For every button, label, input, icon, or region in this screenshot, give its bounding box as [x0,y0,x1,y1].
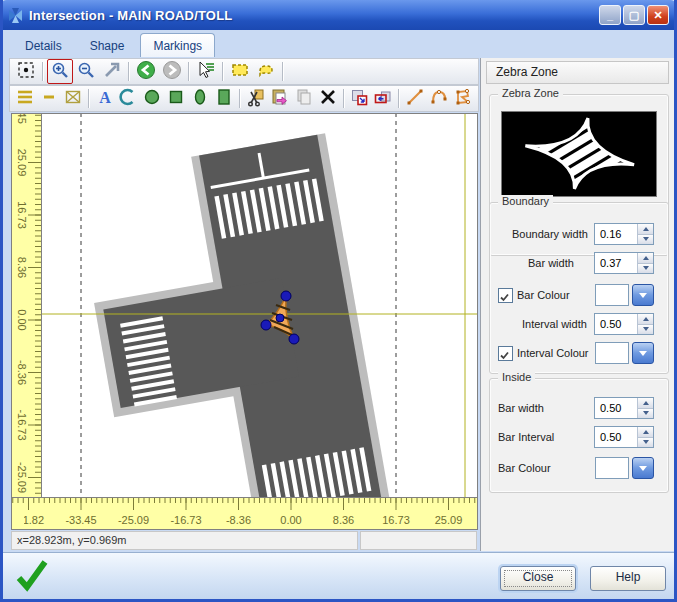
svg-text:-16.73: -16.73 [170,514,201,526]
toolbar-separator [282,62,284,81]
interval-colour-label: Interval Colour [517,347,589,359]
square-tool-button[interactable] [164,86,188,111]
forward-button[interactable] [159,59,185,84]
spin-down-button[interactable] [638,234,653,245]
circle-tool-button[interactable] [140,86,164,111]
close-window-button[interactable]: ✕ [647,5,669,25]
bar-colour-dropdown-button[interactable] [632,284,654,306]
line-tool-button[interactable] [403,86,427,111]
send-back-button[interactable] [371,86,395,111]
select-pointer-icon [196,60,216,84]
inside-bar-colour-dropdown-button[interactable] [632,457,654,479]
inside-group: Inside Bar width 0.50 Bar Interval 0.50 … [489,378,669,493]
spin-up-button[interactable] [638,224,653,234]
toolbar-markings: A [9,85,479,112]
arc-tool-icon [118,87,138,111]
footer-bar: Close Help [3,552,674,600]
spin-down-button[interactable] [638,408,653,419]
bar-colour-swatch [595,284,629,306]
marking-lines-icon [15,87,35,111]
spin-up-button[interactable] [638,314,653,324]
inside-bar-width-spinner[interactable]: 0.50 [594,397,654,419]
cut-button[interactable] [244,86,268,111]
polygon-tool-button[interactable] [451,86,475,111]
bring-front-button[interactable] [348,86,372,111]
tab-details[interactable]: Details [13,34,74,57]
arc-tool-button[interactable] [117,86,141,111]
text-tool-icon: A [95,87,115,111]
toolbar-separator [343,89,345,108]
forward-icon [162,60,182,84]
delete-button[interactable] [316,86,340,111]
help-button[interactable]: Help [590,566,666,591]
marking-none-button[interactable] [61,86,85,111]
center-view-icon [16,60,36,84]
center-view-button[interactable] [13,59,39,84]
interval-colour-dropdown-button[interactable] [632,342,654,364]
marking-dash-button[interactable] [37,86,61,111]
tab-shape[interactable]: Shape [78,34,137,57]
interval-colour-checkbox[interactable] [498,346,513,361]
svg-text:-33.45: -33.45 [65,514,96,526]
select-pointer-button[interactable] [193,59,219,84]
tab-markings[interactable]: Markings [140,33,215,57]
bar-colour-checkbox[interactable] [498,288,513,303]
rect-tool-button[interactable] [212,86,236,111]
cursor-coordinates: x=28.923m, y=0.969m [11,531,358,550]
boundary-width-spinner[interactable]: 0.16 [594,223,654,245]
spin-down-button[interactable] [638,437,653,448]
spin-up-button[interactable] [638,398,653,408]
svg-text:8.36: 8.36 [16,257,28,278]
inside-bar-interval-spinner[interactable]: 0.50 [594,426,654,448]
interval-width-spinner[interactable]: 0.50 [594,313,654,335]
toolbar-separator [188,62,190,81]
svg-text:-8.36: -8.36 [226,514,251,526]
intersection-dialog: Intersection - MAIN ROAD/TOLL _ ▢ ✕ Deta… [0,0,677,602]
zoom-out-icon [76,60,96,84]
curve-tool-icon [429,87,449,111]
zebra-zone-panel: Zebra Zone Zebra Zone [480,58,674,551]
marking-lines-button[interactable] [13,86,37,111]
tab-bar: Details Shape Markings [3,30,674,57]
text-tool-button[interactable]: A [93,86,117,111]
spin-down-button[interactable] [638,324,653,335]
minimize-button[interactable]: _ [599,5,621,25]
group-label: Boundary [498,195,553,207]
window-title: Intersection - MAIN ROAD/TOLL [29,8,232,23]
svg-text:0.00: 0.00 [16,309,28,330]
rect-tool-icon [214,87,234,111]
svg-text:-25.09: -25.09 [118,514,149,526]
close-button[interactable]: Close [500,566,576,591]
toolbar-separator [398,89,400,108]
bar-width-spinner[interactable]: 0.37 [594,252,654,274]
rect-select-icon [230,60,250,84]
boundary-group: Boundary Boundary width 0.16 Bar width 0… [489,202,669,374]
spin-down-button[interactable] [638,263,653,274]
bring-front-icon [349,87,369,111]
zoom-extent-button[interactable] [99,59,125,84]
polygon-tool-icon [453,87,473,111]
zoom-out-button[interactable] [73,59,99,84]
paste-button[interactable] [268,86,292,111]
svg-text:-25.09: -25.09 [16,462,28,493]
spin-up-button[interactable] [638,427,653,437]
interval-colour-swatch [595,342,629,364]
panel-title: Zebra Zone [486,61,669,84]
maximize-button[interactable]: ▢ [623,5,645,25]
copy-button[interactable] [292,86,316,111]
back-icon [136,60,156,84]
zoom-in-button[interactable] [47,59,73,84]
rect-select-button[interactable] [227,59,253,84]
zoom-extent-icon [102,60,122,84]
inside-bar-width-label: Bar width [498,402,544,414]
toolbar-separator [42,62,44,81]
svg-text:33.45: 33.45 [16,113,28,124]
drawing-canvas[interactable]: -41.82-33.45-25.09-16.73-8.360.008.3616.… [11,113,478,530]
ellipse-tool-button[interactable] [188,86,212,111]
lasso-select-button[interactable] [253,59,279,84]
curve-tool-button[interactable] [427,86,451,111]
zebra-zone-preview [501,111,657,197]
back-button[interactable] [133,59,159,84]
zoom-in-icon [50,60,70,84]
spin-up-button[interactable] [638,253,653,263]
